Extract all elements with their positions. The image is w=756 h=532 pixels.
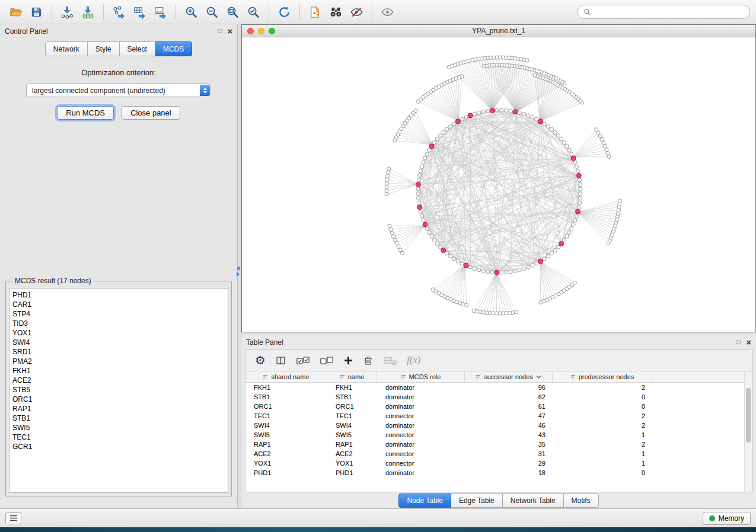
- mcds-result-list[interactable]: PHD1CAR1STP4TID3YOX1SWI4SRD1PMA2FKH1ACE2…: [9, 288, 228, 493]
- tab-mcds[interactable]: MCDS: [155, 41, 192, 56]
- show-columns-button[interactable]: [275, 355, 286, 366]
- network-node[interactable]: [417, 201, 420, 204]
- column-header-name[interactable]: name: [327, 371, 377, 382]
- dominator-node[interactable]: [464, 263, 468, 268]
- network-node[interactable]: [486, 270, 490, 274]
- tab-select[interactable]: Select: [120, 41, 155, 56]
- network-node[interactable]: [578, 201, 582, 204]
- network-node[interactable]: [560, 137, 563, 141]
- network-node[interactable]: [535, 117, 538, 121]
- table-row[interactable]: PHD1PHD1dominator180: [245, 468, 744, 477]
- network-node[interactable]: [490, 270, 494, 274]
- network-node[interactable]: [428, 230, 431, 234]
- column-header-predecessor-nodes[interactable]: predecessor nodes: [553, 371, 652, 382]
- network-node[interactable]: [527, 265, 530, 269]
- network-node[interactable]: [522, 267, 525, 270]
- node-table[interactable]: shared namenameMCDS rolesuccessor nodesp…: [245, 371, 744, 492]
- network-node[interactable]: [385, 193, 388, 196]
- show-elements-button[interactable]: [378, 3, 397, 21]
- mcds-result-node[interactable]: RAP1: [12, 404, 225, 414]
- network-node[interactable]: [473, 267, 476, 270]
- network-node[interactable]: [570, 227, 573, 230]
- network-node[interactable]: [573, 219, 577, 222]
- memory-button[interactable]: Memory: [703, 512, 751, 525]
- run-mcds-button[interactable]: Run MCDS: [57, 106, 114, 120]
- network-node[interactable]: [422, 161, 425, 164]
- network-node[interactable]: [595, 128, 598, 132]
- dominator-node[interactable]: [441, 248, 446, 253]
- panel-splitter[interactable]: [238, 24, 241, 508]
- network-node[interactable]: [546, 124, 550, 128]
- network-node[interactable]: [428, 148, 431, 152]
- network-node[interactable]: [546, 254, 550, 258]
- network-node[interactable]: [420, 165, 423, 168]
- refresh-button[interactable]: [275, 3, 294, 21]
- network-node[interactable]: [606, 152, 610, 155]
- network-node[interactable]: [388, 224, 391, 227]
- network-node[interactable]: [416, 187, 420, 191]
- network-node[interactable]: [452, 257, 456, 261]
- network-node[interactable]: [550, 127, 553, 131]
- network-node[interactable]: [390, 231, 394, 235]
- network-node[interactable]: [419, 210, 422, 213]
- tab-edge-table[interactable]: Edge Table: [451, 493, 503, 508]
- network-node[interactable]: [535, 262, 538, 265]
- network-node[interactable]: [527, 114, 530, 117]
- mcds-result-node[interactable]: YOX1: [12, 328, 225, 338]
- network-node[interactable]: [513, 269, 517, 273]
- network-node[interactable]: [416, 196, 420, 200]
- network-node[interactable]: [500, 108, 503, 112]
- network-node[interactable]: [386, 174, 390, 178]
- export-document-button[interactable]: [305, 3, 325, 21]
- network-node[interactable]: [385, 185, 388, 189]
- tab-network[interactable]: Network: [45, 41, 88, 56]
- window-minimize-button[interactable]: [258, 28, 264, 34]
- network-node[interactable]: [550, 252, 553, 255]
- network-node[interactable]: [473, 112, 476, 116]
- network-node[interactable]: [602, 141, 605, 145]
- network-node[interactable]: [573, 161, 577, 164]
- network-node[interactable]: [579, 187, 582, 191]
- dominator-node[interactable]: [455, 119, 460, 124]
- table-scrollbar[interactable]: [744, 371, 752, 492]
- network-node[interactable]: [400, 251, 404, 255]
- network-node[interactable]: [432, 238, 436, 242]
- optimization-criterion-select[interactable]: largest connected component (undirected): [26, 84, 211, 97]
- network-node[interactable]: [578, 196, 582, 200]
- table-row[interactable]: YOX1YOX1connector291: [245, 459, 744, 468]
- export-network-button[interactable]: [109, 3, 129, 21]
- network-node[interactable]: [456, 259, 460, 263]
- network-node[interactable]: [465, 303, 468, 307]
- network-node[interactable]: [442, 130, 445, 134]
- splitter-collapse-icon[interactable]: [237, 266, 240, 277]
- network-node[interactable]: [562, 141, 566, 145]
- network-window-titlebar[interactable]: YPA_prune.txt_1: [242, 25, 755, 37]
- close-panel-icon[interactable]: ×: [227, 27, 232, 36]
- zoom-fit-button[interactable]: [223, 3, 243, 21]
- table-row[interactable]: SWI4SWI4dominator462: [245, 421, 744, 430]
- network-node[interactable]: [533, 73, 537, 77]
- network-node[interactable]: [482, 64, 486, 68]
- network-node[interactable]: [460, 117, 464, 121]
- network-node[interactable]: [553, 248, 557, 252]
- open-folder-button[interactable]: [6, 3, 25, 21]
- network-node[interactable]: [578, 178, 582, 182]
- network-node[interactable]: [500, 271, 503, 274]
- tab-motifs[interactable]: Motifs: [564, 493, 599, 508]
- save-button[interactable]: [27, 3, 46, 21]
- network-node[interactable]: [460, 262, 464, 265]
- network-node[interactable]: [445, 127, 449, 131]
- dominator-node[interactable]: [495, 270, 499, 275]
- table-row[interactable]: TEC1TEC1connector472: [245, 411, 744, 421]
- network-node[interactable]: [509, 109, 512, 113]
- network-node[interactable]: [556, 245, 560, 249]
- dominator-node[interactable]: [417, 205, 422, 210]
- dominator-node[interactable]: [423, 222, 428, 227]
- network-node[interactable]: [481, 269, 485, 273]
- network-node[interactable]: [575, 214, 578, 218]
- network-node[interactable]: [522, 112, 526, 116]
- dominator-node[interactable]: [576, 209, 580, 214]
- network-node[interactable]: [543, 257, 546, 261]
- network-node[interactable]: [393, 238, 397, 242]
- mcds-result-node[interactable]: SWI4: [12, 338, 225, 347]
